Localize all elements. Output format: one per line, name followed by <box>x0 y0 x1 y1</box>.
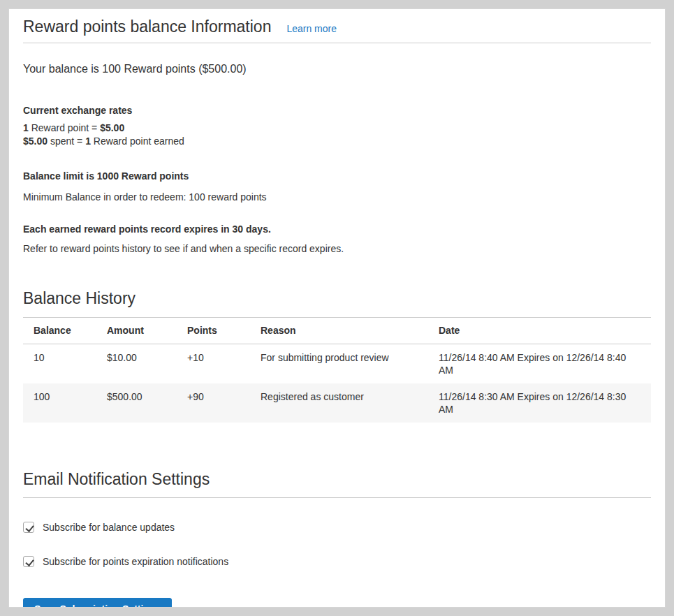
subscribe-expiration-option[interactable]: Subscribe for points expiration notifica… <box>23 555 228 568</box>
column-header-amount: Amount <box>96 318 177 344</box>
exchange-rate-line-earn: 1 Reward point = $5.00 <box>23 122 651 135</box>
text-segment: Reward point earned <box>91 135 184 147</box>
column-header-balance: Balance <box>23 318 96 344</box>
exchange-rates-heading: Current exchange rates <box>23 103 651 117</box>
page-frame: Reward points balance Information Learn … <box>0 0 674 616</box>
table-row: 10$10.00+10For submitting product review… <box>23 344 651 384</box>
minimum-balance-note: Minimum Balance in order to redeem: 100 … <box>23 190 651 204</box>
balance-limit-note: Balance limit is 1000 Reward points <box>23 169 651 183</box>
subscribe-expiration-checkbox[interactable] <box>23 556 34 567</box>
text-segment: 1 <box>23 122 29 133</box>
table-cell: For submitting product review <box>250 344 428 384</box>
table-header-row: Balance Amount Points Reason Date <box>23 318 651 344</box>
expiration-note: Refer to reward points history to see if… <box>23 242 651 256</box>
column-header-points: Points <box>177 318 250 344</box>
subscribe-balance-row: Subscribe for balance updates <box>23 521 651 536</box>
balance-history-title: Balance History <box>23 289 651 307</box>
expiration-bold-note: Each earned reward points record expires… <box>23 222 651 236</box>
table-cell: $500.00 <box>96 383 177 423</box>
text-segment: Reward point = <box>29 122 100 133</box>
balance-history-header: Balance Amount Points Reason Date <box>23 318 651 344</box>
table-row: 100$500.00+90Registered as customer11/26… <box>23 383 651 423</box>
balance-history-table: Balance Amount Points Reason Date 10$10.… <box>23 317 651 423</box>
text-segment: spent = <box>47 135 85 147</box>
email-settings-title: Email Notification Settings <box>23 470 651 498</box>
table-cell: 11/26/14 8:40 AM Expires on 12/26/14 8:4… <box>428 344 651 384</box>
page-header: Reward points balance Information Learn … <box>23 17 651 43</box>
text-segment: $5.00 <box>100 122 124 133</box>
subscribe-expiration-label: Subscribe for points expiration notifica… <box>43 555 228 568</box>
subscribe-expiration-row: Subscribe for points expiration notifica… <box>23 555 651 570</box>
save-subscription-settings-button[interactable]: Save Subscription Settings <box>23 598 172 608</box>
subscribe-balance-checkbox[interactable] <box>23 522 34 533</box>
exchange-rate-line-spend: $5.00 spent = 1 Reward point earned <box>23 135 651 148</box>
table-cell: 10 <box>23 344 96 384</box>
reward-points-card: Reward points balance Information Learn … <box>8 8 666 608</box>
table-cell: $10.00 <box>96 344 177 384</box>
balance-summary: Your balance is 100 Reward points ($500.… <box>23 61 651 77</box>
table-cell: +90 <box>177 383 250 423</box>
exchange-rates: 1 Reward point = $5.00 $5.00 spent = 1 R… <box>23 122 651 148</box>
subscribe-balance-label: Subscribe for balance updates <box>43 521 175 534</box>
column-header-date: Date <box>428 318 651 344</box>
text-segment: 1 <box>85 135 91 147</box>
text-segment: $5.00 <box>23 135 47 147</box>
table-cell: Registered as customer <box>250 383 428 423</box>
column-header-reason: Reason <box>250 318 428 344</box>
learn-more-link[interactable]: Learn more <box>286 23 337 34</box>
table-cell: 11/26/14 8:30 AM Expires on 12/26/14 8:3… <box>428 383 651 423</box>
subscribe-balance-option[interactable]: Subscribe for balance updates <box>23 521 175 534</box>
balance-history-body: 10$10.00+10For submitting product review… <box>23 344 651 423</box>
table-cell: +10 <box>177 344 250 384</box>
table-cell: 100 <box>23 383 96 423</box>
page-title: Reward points balance Information <box>23 17 271 36</box>
